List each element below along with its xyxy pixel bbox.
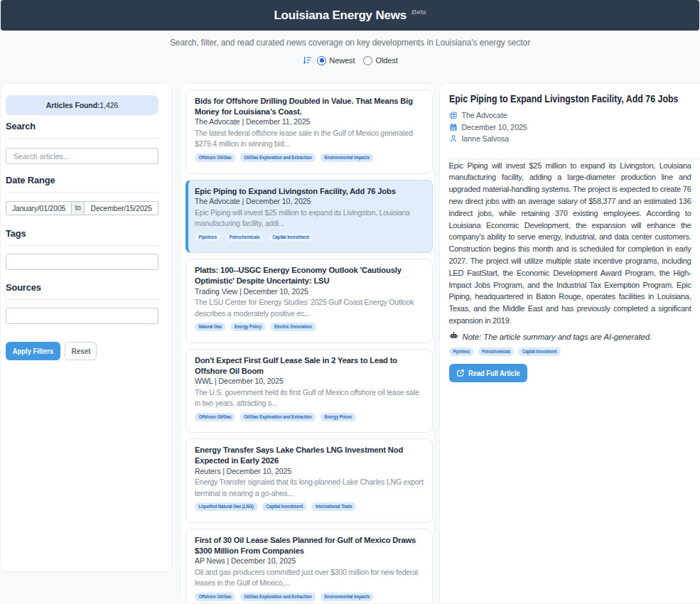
tag-pill: Environmental Impacts [321,153,374,162]
calendar-icon [449,123,458,131]
app-header: Louisiana Energy News Beta [1,0,699,31]
article-title: Don't Expect First Gulf Lease Sale in 2 … [195,355,424,376]
article-card[interactable]: First of 30 Oil Lease Sales Planned for … [185,529,433,604]
divider [6,299,158,300]
detail-title: Epic Piping to Expand Livingston Facilit… [449,92,678,105]
detail-author-row: Ianne Salvosa [449,133,691,145]
sources-input[interactable] [6,308,158,324]
detail-meta: The Advocate [449,109,691,145]
article-meta: The Advocate | December 11, 2025 [195,117,424,127]
article-summary: Epic Piping will invest $25 million to e… [195,207,424,230]
detail-title-row: Epic Piping to Expand Livingston Facilit… [449,92,691,105]
tag-pill: Liquefied Natural Gas (LNG) [195,502,257,511]
filter-buttons: Apply Filters Reset [6,342,158,360]
app-title: Louisiana Energy News [274,9,406,23]
article-meta: AP News | December 10, 2025 [195,556,424,566]
read-full-article-label: Read Full Article [468,369,520,377]
articles-found-value: 1,426 [99,101,118,109]
sort-newest-option[interactable]: Newest [317,56,355,65]
oldest-label: Oldest [375,56,397,65]
robot-icon [449,330,458,343]
article-card[interactable]: Don't Expect First Gulf Lease Sale in 2 … [185,349,433,433]
sort-bar: Newest Oldest [0,55,700,65]
date-range-filter-group: Date Range to [6,175,158,216]
search-input[interactable] [6,148,158,164]
article-title: Energy Transfer Says Lake Charles LNG In… [195,445,424,465]
articles-found-label: Articles Found: [46,101,100,109]
search-heading: Search [6,121,158,131]
article-summary: Oil and gas producers committed just ove… [195,567,424,589]
detail-source-row: The Advocate [449,109,691,122]
article-summary: The U.S. government held its first Gulf … [195,387,424,409]
article-title: Epic Piping to Expand Livingston Facilit… [195,186,424,197]
ai-note-text: Note: The article summary and tags are A… [463,333,652,341]
ai-note: Note: The article summary and tags are A… [449,332,691,342]
article-title: First of 30 Oil Lease Sales Planned for … [195,535,424,556]
newest-radio[interactable] [317,56,326,65]
apply-filters-label: Apply Filters [13,347,53,355]
detail-date: December 10, 2025 [462,123,527,131]
user-icon [449,134,458,143]
tag-pill: Pipelines [449,347,473,356]
tags-input[interactable] [6,254,158,270]
article-summary: The LSU Center for Energy Studies’ 2025 … [195,297,424,319]
article-tags: Offshore Oil/GasOil/Gas Exploration and … [195,153,424,162]
oldest-radio[interactable] [363,56,372,65]
article-tags: Liquefied Natural Gas (LNG)Capital Inves… [195,502,424,511]
date-from-input[interactable] [6,201,71,216]
detail-body: Epic Piping will invest $25 million to e… [449,160,691,327]
main-content: Articles Found:1,426 Search Date Range t… [0,83,700,604]
article-list: Bids for Offshore Drilling Doubled in Va… [180,83,435,604]
divider [6,192,158,193]
tag-pill: International Trade [311,502,356,511]
article-card[interactable]: Platts: 100--USGC Energy Economy Outlook… [185,259,433,343]
detail-tags: PipelinesPetrochemicalsCapital Investmen… [449,347,691,356]
article-tags: Offshore Oil/GasOil/Gas Exploration and … [195,413,424,421]
article-title: Bids for Offshore Drilling Doubled in Va… [195,96,424,117]
date-range-inputs: to [6,201,158,216]
article-meta: Trading View | December 10, 2025 [195,286,424,297]
tag-pill: Oil/Gas Exploration and Extraction [240,593,316,601]
articles-found-badge: Articles Found:1,426 [6,95,158,115]
date-to-separator: to [71,201,85,216]
detail-source: The Advocate [462,111,507,119]
date-to-input[interactable] [85,201,158,216]
reset-button[interactable]: Reset [65,342,97,360]
detail-author: Ianne Salvosa [462,134,509,143]
tag-pill: Energy Prices [321,413,356,421]
tag-pill: Oil/Gas Exploration and Extraction [240,153,316,162]
tag-pill: Offshore Oil/Gas [195,153,235,162]
apply-filters-button[interactable]: Apply Filters [6,342,60,360]
article-card[interactable]: Energy Transfer Says Lake Charles LNG In… [185,438,433,523]
external-link-icon [456,369,465,377]
sort-radio-group: Newest Oldest [317,56,397,65]
tag-pill: Petrochemicals [478,347,514,356]
tag-pill: Environmental Impacts [321,593,374,601]
tag-pill: Energy Policy [230,323,265,331]
tag-pill: Capital Investment [518,347,560,356]
sort-oldest-option[interactable]: Oldest [363,56,397,65]
read-full-article-button[interactable]: Read Full Article [449,364,527,382]
tag-pill: Offshore Oil/Gas [195,413,235,421]
search-filter-group: Search [6,121,158,164]
beta-badge: Beta [411,8,426,16]
tag-pill: Capital Investment [262,502,306,511]
tag-pill: Offshore Oil/Gas [195,593,235,601]
date-range-heading: Date Range [6,175,158,185]
article-meta: The Advocate | December 10, 2025 [195,196,424,207]
article-meta: Reuters | December 10, 2025 [195,466,424,477]
sources-filter-group: Sources [6,282,158,325]
tag-pill: Electric Generation [270,323,316,331]
article-card[interactable]: Bids for Offshore Drilling Doubled in Va… [185,90,433,174]
tag-pill: Pipelines [195,233,220,242]
detail-date-row: December 10, 2025 [449,121,691,133]
tags-filter-group: Tags [6,228,158,270]
article-tags: PipelinesPetrochemicalsCapital Investmen… [195,233,424,242]
article-tags: Natural GasEnergy PolicyElectric Generat… [195,323,424,331]
sort-descending-icon [302,55,312,65]
tag-pill: Capital Investment [269,233,313,242]
tag-pill: Natural Gas [195,323,226,331]
divider [6,245,158,246]
article-card[interactable]: Epic Piping to Expand Livingston Facilit… [185,180,433,254]
tag-pill: Petrochemicals [225,233,264,242]
